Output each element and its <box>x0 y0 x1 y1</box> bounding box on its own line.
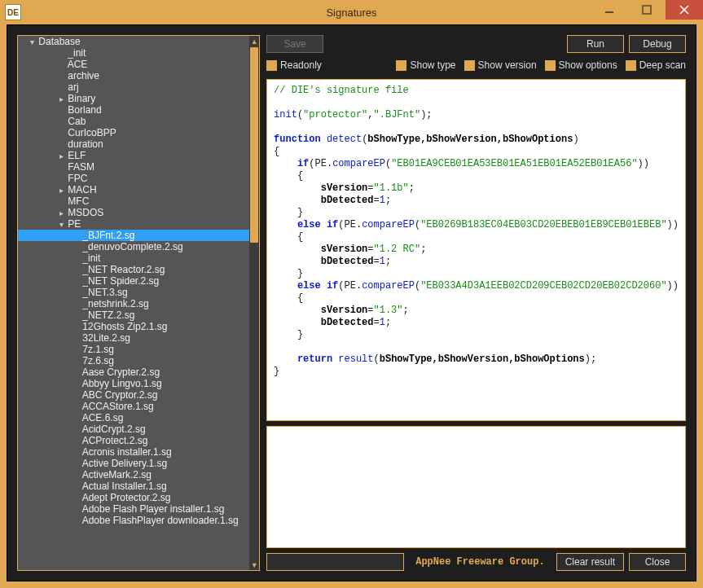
tree-scrollbar[interactable]: ▲ ▼ <box>249 36 259 570</box>
tree-item[interactable]: duration <box>18 138 249 150</box>
show-version-checkbox[interactable]: Show version <box>464 59 537 71</box>
show-options-label: Show options <box>559 59 617 71</box>
tree-root[interactable]: ▾ Database <box>18 36 249 47</box>
tree-item[interactable]: Acronis installer.1.sg <box>18 446 249 458</box>
save-button[interactable]: Save <box>266 35 323 53</box>
scroll-up-icon[interactable]: ▲ <box>249 36 259 46</box>
deep-scan-checkbox[interactable]: Deep scan <box>626 59 686 71</box>
tree-item[interactable]: Active Delivery.1.sg <box>18 458 249 469</box>
tree-item[interactable]: _BJFnt.2.sg <box>18 230 249 241</box>
right-panel: Save Run Debug Readonly Show type Show v… <box>266 35 686 571</box>
tree-item[interactable]: Adobe Flash Player installer.1.sg <box>18 503 249 515</box>
tree-item[interactable]: FPC <box>18 173 249 184</box>
tree-item[interactable]: ACCAStore.1.sg <box>18 401 249 412</box>
scroll-thumb[interactable] <box>250 47 258 243</box>
branding-label: AppNee Freeware Group. <box>415 556 544 568</box>
tree-panel: ▾ Database _init ACE archive arj▸ Binary… <box>17 35 260 571</box>
tree-item[interactable]: FASM <box>18 161 249 173</box>
tree-item[interactable]: Adept Protector.2.sg <box>18 492 249 503</box>
tree-item[interactable]: Aase Crypter.2.sg <box>18 366 249 378</box>
signature-tree[interactable]: ▾ Database _init ACE archive arj▸ Binary… <box>18 36 249 570</box>
tree-item[interactable]: Cab <box>18 116 249 127</box>
tree-item[interactable]: _NET.3.sg <box>18 287 249 298</box>
tree-item[interactable]: CurIcoBPP <box>18 127 249 138</box>
debug-button[interactable]: Debug <box>629 35 686 53</box>
tree-item[interactable]: 32Lite.2.sg <box>18 332 249 344</box>
close-window-button[interactable] <box>666 0 703 20</box>
readonly-label: Readonly <box>280 59 322 71</box>
tree-item[interactable]: 12Ghosts Zip2.1.sg <box>18 321 249 332</box>
tree-item[interactable]: ▸ MSDOS <box>18 207 249 218</box>
readonly-checkbox[interactable]: Readonly <box>266 59 322 71</box>
minimize-button[interactable] <box>591 0 628 20</box>
title-bar: DE Signatures <box>0 0 703 24</box>
tree-item[interactable]: AcidCrypt.2.sg <box>18 423 249 435</box>
scroll-down-icon[interactable]: ▼ <box>249 559 259 570</box>
show-type-checkbox[interactable]: Show type <box>396 59 455 71</box>
tree-item[interactable]: Actual Installer.1.sg <box>18 480 249 492</box>
tree-item[interactable]: _denuvoComplete.2.sg <box>18 241 249 252</box>
show-version-label: Show version <box>478 59 537 71</box>
tree-item[interactable]: _init <box>18 252 249 264</box>
deep-scan-label: Deep scan <box>639 59 686 71</box>
tree-item[interactable]: ▸ ELF <box>18 150 249 161</box>
tree-item[interactable]: _netshrink.2.sg <box>18 298 249 309</box>
run-button[interactable]: Run <box>567 35 624 53</box>
tree-item[interactable]: 7z.1.sg <box>18 344 249 355</box>
maximize-button[interactable] <box>628 0 666 20</box>
output-panel[interactable] <box>266 426 686 548</box>
tree-item[interactable]: _NET Spider.2.sg <box>18 275 249 287</box>
client-area: ▾ Database _init ACE archive arj▸ Binary… <box>7 24 696 581</box>
tree-item[interactable]: ACE <box>18 59 249 70</box>
status-bar <box>266 553 404 571</box>
tree-item[interactable]: ACProtect.2.sg <box>18 435 249 446</box>
tree-item[interactable]: Abbyy Lingvo.1.sg <box>18 378 249 389</box>
show-options-checkbox[interactable]: Show options <box>545 59 617 71</box>
svg-rect-1 <box>643 6 651 14</box>
code-editor[interactable]: // DIE's signature file init("protector"… <box>266 79 686 421</box>
tree-item[interactable]: ABC Cryptor.2.sg <box>18 389 249 401</box>
tree-item[interactable]: MFC <box>18 195 249 207</box>
tree-item[interactable]: Adobe FlashPlayer downloader.1.sg <box>18 515 249 526</box>
tree-item[interactable]: ▸ MACH <box>18 184 249 195</box>
tree-item[interactable]: ▸ Binary <box>18 93 249 104</box>
close-button[interactable]: Close <box>629 553 686 571</box>
clear-result-button[interactable]: Clear result <box>556 553 624 571</box>
tree-item[interactable]: ACE.6.sg <box>18 412 249 423</box>
tree-item[interactable]: ActiveMark.2.sg <box>18 469 249 480</box>
tree-item[interactable]: arj <box>18 81 249 93</box>
tree-item[interactable]: Borland <box>18 104 249 116</box>
tree-item[interactable]: archive <box>18 70 249 81</box>
tree-item[interactable]: _NETZ.2.sg <box>18 309 249 321</box>
tree-item[interactable]: _NET Reactor.2.sg <box>18 264 249 275</box>
tree-item[interactable]: _init <box>18 47 249 59</box>
tree-item[interactable]: 7z.6.sg <box>18 355 249 366</box>
app-icon: DE <box>5 4 21 20</box>
show-type-label: Show type <box>410 59 455 71</box>
tree-item[interactable]: ▾ PE <box>18 218 249 230</box>
